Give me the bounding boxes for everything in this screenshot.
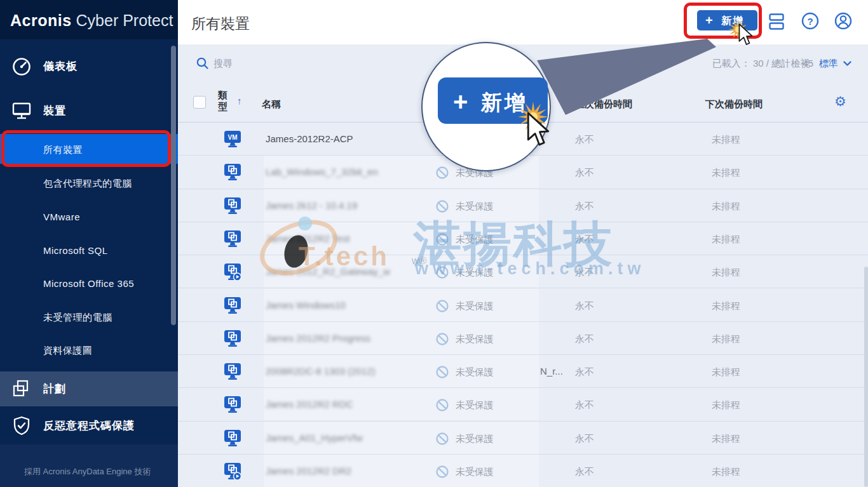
next-backup-cell: 未排程 (712, 433, 740, 445)
device-name: 2008R2DC-8 1303 (2012) (266, 366, 376, 377)
sidebar-item-plans[interactable]: 計劃 (0, 372, 178, 405)
status-badge: 未受保護 (456, 201, 494, 213)
table-row[interactable]: 2008R2DC-8 1303 (2012)N_r...未受保護永不未排程 (178, 355, 868, 388)
sidebar-scrollbar[interactable] (171, 46, 176, 325)
vm-badge-icon: VM (223, 130, 242, 151)
sidebar: Acronis Cyber Protect 儀表板 (0, 0, 178, 487)
chevron-down-icon (843, 61, 851, 67)
svg-text:VM: VM (228, 134, 238, 141)
column-header-type[interactable]: 類 型 (218, 90, 227, 112)
logo-brand: Acronis (10, 11, 72, 29)
last-backup-cell: 永不 (575, 167, 594, 179)
not-protected-icon (435, 432, 449, 448)
sidebar-subitem-5[interactable]: 未受管理的電腦 (43, 312, 170, 331)
column-header-name[interactable]: 名稱 (262, 98, 281, 110)
view-value: 標準 (819, 58, 838, 69)
virtual-machine-icon (223, 163, 242, 184)
device-name: James Windows10 (266, 300, 346, 310)
url-watermark: www.t-tech.com.tw (415, 259, 646, 279)
virtual-machine-icon (223, 196, 242, 218)
not-protected-icon (435, 465, 449, 481)
not-protected-icon (435, 365, 449, 382)
next-backup-cell: 未排程 (712, 134, 740, 146)
add-device-button-magnified: + 新增 (438, 77, 548, 124)
not-protected-icon (435, 299, 449, 316)
next-backup-cell: 未排程 (712, 300, 740, 312)
table-row[interactable]: Lab_Windows_7_32bit_en未受保護永不未排程 (178, 156, 868, 189)
sidebar-subitem-2[interactable]: VMware (43, 211, 170, 230)
virtual-machine-icon (223, 229, 242, 251)
status-badge: 未受保護 (456, 300, 494, 312)
table-settings-gear-icon[interactable]: ⚙ (834, 94, 846, 109)
next-backup-cell: 未排程 (712, 201, 740, 213)
sidebar-item-label: 儀表板 (43, 59, 78, 74)
sort-ascending-icon[interactable]: ↑ (237, 95, 242, 106)
table-row[interactable]: James Windows10未受保護永不未排程 (178, 289, 868, 322)
sidebar-subitem-6[interactable]: 資料保護圖 (43, 345, 170, 364)
virtual-machine-play-icon (223, 262, 242, 284)
gauge-icon (11, 56, 32, 80)
sidebar-item-label: 裝置 (43, 103, 66, 118)
view-label: 檢視: (790, 58, 812, 69)
sidebar-item-label: 計劃 (43, 382, 66, 396)
sidebar-subitem-3[interactable]: Microsoft SQL (43, 245, 170, 264)
highlight-box-all-devices (1, 130, 171, 167)
shield-check-icon (11, 415, 32, 439)
sidebar-item-antimalware[interactable]: 反惡意程式碼保護 (0, 409, 178, 442)
status-badge: 未受保護 (456, 366, 494, 378)
status-badge: 未受保護 (456, 466, 494, 478)
view-selector[interactable]: 檢視: 標準 (790, 58, 851, 70)
next-backup-cell: 未排程 (712, 366, 740, 378)
virtual-machine-icon (223, 395, 242, 417)
sidebar-subitem-4[interactable]: Microsoft Office 365 (43, 278, 170, 297)
table-row[interactable]: James 2012R2 DR2未受保護永不未排程 (178, 455, 868, 487)
topbar: 所有裝置 + 新增 ? (178, 0, 868, 44)
last-backup-cell: 永不 (575, 399, 594, 411)
last-backup-cell: 永不 (575, 333, 594, 345)
stack-icon[interactable] (769, 13, 784, 33)
sidebar-subitem-1[interactable]: 包含代理程式的電腦 (43, 178, 170, 197)
virtual-machine-icon (223, 362, 242, 384)
not-protected-icon (435, 398, 449, 415)
device-name: James-2012R2-ACP (266, 133, 353, 144)
table-row[interactable]: James_A01_HyperVfw未受保護永不未排程 (178, 422, 868, 455)
main-scrollbar[interactable] (864, 267, 868, 487)
magnifier-callout-circle: + 新增 (421, 42, 551, 171)
plans-icon (11, 378, 32, 403)
device-name: James_A01_HyperVfw (266, 432, 363, 443)
status-badge: 未受保護 (456, 333, 494, 345)
next-backup-cell: 未排程 (712, 234, 740, 246)
search-input[interactable]: 搜尋 (214, 58, 233, 70)
last-backup-cell: 永不 (575, 366, 594, 378)
plus-icon: + (453, 88, 468, 116)
highlight-box-add-button (684, 3, 762, 39)
next-backup-cell: 未排程 (712, 167, 740, 179)
device-name: James 2012R2 DR2 (266, 465, 351, 476)
monitor-icon (11, 100, 32, 124)
table-row[interactable]: James 2012R2 RDC未受保護永不未排程 (178, 388, 868, 421)
last-backup-cell: 永不 (575, 300, 594, 312)
account-icon[interactable] (834, 12, 852, 32)
device-name: Lab_Windows_7_32bit_en (266, 166, 378, 177)
device-name: James 2012R2 Progress (266, 333, 370, 344)
not-protected-icon (435, 166, 449, 182)
add-button-label-magnified: 新增 (481, 89, 528, 117)
logo-product: Cyber Protect (76, 11, 173, 29)
virtual-machine-icon (223, 429, 242, 450)
next-backup-cell: 未排程 (712, 267, 740, 279)
sidebar-footer-text: 採用 Acronis AnyData Engine 技術 (24, 466, 151, 477)
svg-text:?: ? (807, 16, 813, 27)
search-icon[interactable] (196, 57, 210, 73)
sidebar-item-devices[interactable]: 裝置 (0, 94, 178, 127)
last-backup-cell: 永不 (575, 201, 594, 213)
column-header-last-backup[interactable]: 上次備份時間 (575, 98, 632, 110)
t-tech-watermark-text: T.tech (299, 241, 390, 272)
column-header-next-backup[interactable]: 下次備份時間 (705, 98, 763, 110)
help-icon[interactable]: ? (801, 12, 819, 32)
not-protected-icon (435, 332, 449, 349)
select-all-checkbox[interactable] (193, 96, 206, 109)
sidebar-item-dashboard[interactable]: 儀表板 (0, 50, 178, 83)
last-backup-cell: 永不 (575, 466, 594, 478)
table-row[interactable]: James 2012R2 Progress未受保護永不未排程 (178, 322, 868, 355)
last-backup-cell: 永不 (575, 134, 594, 146)
